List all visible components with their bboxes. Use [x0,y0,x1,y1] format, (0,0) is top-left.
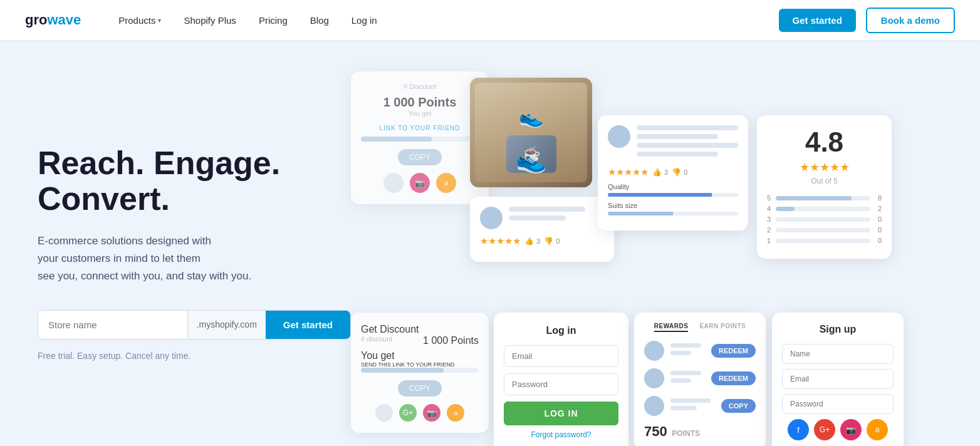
discount-bottom-fill [361,368,444,373]
big-review-lines [637,125,738,160]
amazon-icon[interactable]: a [436,173,456,193]
copy-button-rewards[interactable]: COPY [721,399,756,413]
login-password-input[interactable] [504,373,618,395]
login-email-input[interactable] [504,345,618,367]
big-review-header [608,125,738,160]
hero-ui-showcase: # Discount 1 000 Points You get LINK TO … [363,65,942,441]
reward-avatar-1 [644,341,664,361]
hero-title: Reach. Engage. Convert. [38,145,363,217]
google-signup-icon[interactable]: G+ [814,419,835,440]
nav-login[interactable]: Log in [352,15,377,26]
discount-bottom-progress [361,368,479,373]
discount-bottom-social: G+ 📷 a [361,404,479,422]
quality-label: Quality [608,183,738,190]
suits-bar-fill [608,212,673,215]
big-review-line-4 [637,152,718,157]
chevron-down-icon: ▾ [158,17,161,24]
reward-lines-1 [670,343,705,358]
reward-lines-2 [670,371,705,386]
reward-item-2: REDEEM [644,368,756,388]
big-review-card: ★★★★★ 👍 3 👎 0 Quality Suits size [598,115,748,231]
hero-subtitle: E-commerce solutions designed withyour c… [38,232,363,285]
nav-shopify-plus[interactable]: Shopify Plus [184,15,236,26]
hero-section: Reach. Engage. Convert. E-commerce solut… [0,40,980,446]
big-vote-dislikes: 👎 0 [672,168,687,177]
reward-avatar-2 [644,368,664,388]
signup-title: Sign up [782,324,894,335]
discount-bottom-you-get: You get [361,350,479,361]
big-review-stars-row: ★★★★★ 👍 3 👎 0 [608,167,738,178]
discount-bottom-label: Get Discount [361,324,479,335]
instagram-icon[interactable]: 📷 [410,173,430,193]
nav-products[interactable]: Products ▾ [118,15,161,26]
navigation: growave Products ▾ Shopify Plus Pricing … [0,0,980,40]
reviewer-avatar [480,207,503,229]
points-label: POINTS [672,429,700,438]
thumbs-up-icon-2: 👍 [652,168,662,177]
discount-bottom-copy-button[interactable]: COPY [398,380,442,397]
signup-email-input[interactable] [782,369,894,389]
rewards-tab[interactable]: REWARDS [654,323,689,332]
signup-name-input[interactable] [782,344,894,364]
signup-password-input[interactable] [782,394,894,414]
reward-item-3: COPY [644,396,756,416]
login-title: Log in [504,325,618,336]
discount-copy-button[interactable]: COPY [398,149,442,165]
discount-points: 1 000 Points [361,95,479,110]
discount-bottom-text: # discount [361,335,392,346]
review-text-lines [509,207,604,229]
nav-blog[interactable]: Blog [310,15,329,26]
get-started-button[interactable]: Get started [779,9,856,32]
discount-bottom-points: 1 000 Points [423,335,479,346]
signup-card: Sign up f G+ 📷 a SIGN UP [772,313,904,446]
discount-card-bottom: Get Discount # discount 1 000 Points You… [351,313,489,433]
facebook-signup-icon[interactable]: f [788,419,809,440]
nav-actions: Get started Book a demo [779,8,955,33]
hero-note: Free trial. Easy setup. Cancel any time. [38,351,363,361]
logo-wave: wave [47,12,81,28]
discount-progress-fill [361,137,432,142]
partial-circle-bottom [375,404,393,422]
discount-social-row: 📷 a [361,173,479,193]
rating-bars: 5 8 4 2 3 0 2 0 [767,194,882,244]
points-value: 750 [644,423,667,439]
domain-suffix: .myshopify.com [187,311,266,338]
hero-content: Reach. Engage. Convert. E-commerce solut… [38,145,363,361]
login-button[interactable]: LOG IN [504,402,618,425]
store-name-input[interactable] [38,311,187,339]
signup-social-row: f G+ 📷 a [782,419,894,440]
big-reviewer-avatar [608,125,630,148]
discount-card-top: # Discount 1 000 Points You get LINK TO … [351,71,489,204]
instagram-icon-bottom[interactable]: 📷 [423,404,440,422]
rating-stars: ★★★★★ [767,160,882,174]
nav-pricing[interactable]: Pricing [259,15,288,26]
book-demo-button[interactable]: Book a demo [866,8,955,33]
redeem-button-2[interactable]: REDEEM [711,371,756,385]
logo[interactable]: growave [25,12,81,28]
amazon-signup-icon[interactable]: a [867,419,888,440]
thumbs-down-icon-2: 👎 [672,168,681,177]
earn-points-tab[interactable]: EARN POINTS [699,323,746,332]
rating-row-4: 4 2 [767,205,882,212]
quality-bar [608,193,738,197]
review-stars-row: ★★★★★ 👍 3 👎 0 [480,236,604,247]
rewards-tabs: REWARDS EARN POINTS [644,323,756,332]
amazon-icon-bottom[interactable]: a [447,404,464,422]
rating-row-2: 2 0 [767,226,882,234]
rating-score: 4.8 [767,127,882,158]
suits-bar [608,212,738,215]
review-card: ★★★★★ 👍 3 👎 0 [470,197,614,262]
discount-bottom-link-label: SEND THIS LINK TO YOUR FRIEND [361,361,479,368]
quality-bar-fill [608,193,712,197]
redeem-button-1[interactable]: REDEEM [711,344,756,358]
store-input-row: .myshopify.com Get started [38,310,351,340]
rating-out-of: Out of 5 [767,177,882,185]
forgot-password-link[interactable]: Forgot password? [504,430,618,439]
hero-get-started-button[interactable]: Get started [266,311,350,339]
rating-row-1: 1 0 [767,237,882,244]
thumbs-down-icon: 👎 [544,237,553,246]
rating-summary-card: 4.8 ★★★★★ Out of 5 5 8 4 2 3 0 [757,115,892,259]
google-plus-icon-bottom[interactable]: G+ [399,404,417,422]
logo-gro: gro [25,12,47,28]
instagram-signup-icon[interactable]: 📷 [840,419,862,440]
